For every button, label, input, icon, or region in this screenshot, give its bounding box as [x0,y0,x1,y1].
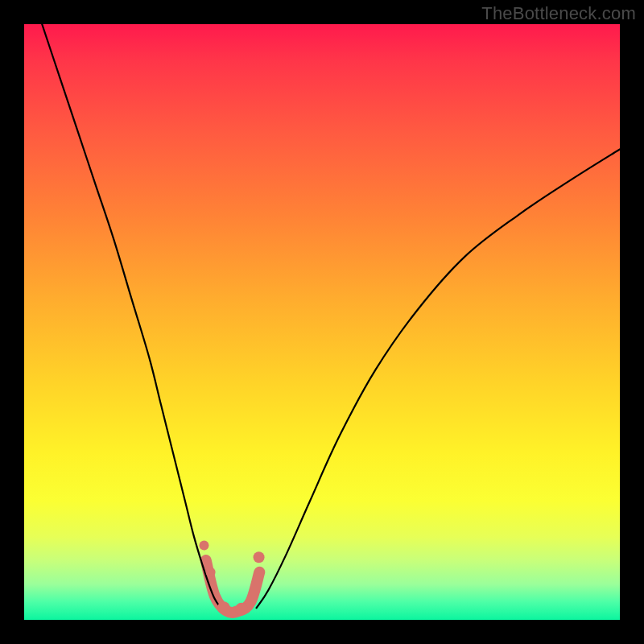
valley-marker-dot [206,568,216,577]
curve-layer [24,24,620,620]
series-valley-floor-marker [206,560,260,613]
watermark-text: TheBottleneck.com [481,3,636,24]
chart-frame: TheBottleneck.com [0,0,644,644]
valley-marker-dot [199,541,208,551]
series-left-arm [42,24,221,608]
series-right-arm [257,149,620,608]
valley-marker-dot [217,601,230,614]
plot-area [24,24,620,620]
valley-marker-dot [235,603,248,616]
valley-marker-dot [254,551,265,563]
